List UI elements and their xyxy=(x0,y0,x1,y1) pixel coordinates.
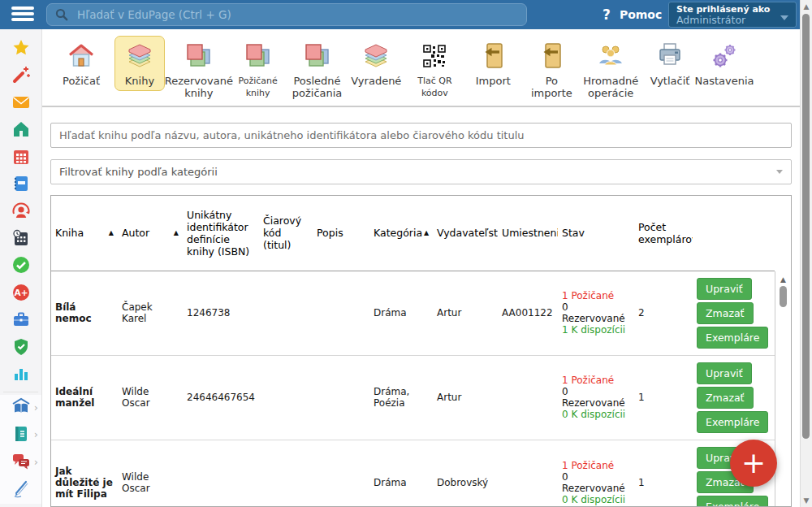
sidebar-item-timetable[interactable] xyxy=(0,145,41,171)
toolbar-item-nastavenia[interactable]: Nastavenia xyxy=(699,36,749,91)
sidebar-divider xyxy=(3,392,38,392)
sidebar-item-grades[interactable]: A+ xyxy=(0,280,41,307)
sidebar-item-control[interactable] xyxy=(0,335,41,362)
stacked-cards-icon xyxy=(184,40,214,72)
library-toolbar: Požičať Knihy Rezervované knihy Požičané… xyxy=(42,29,800,107)
global-search-input[interactable] xyxy=(76,7,518,22)
sidebar-item-attendance[interactable] xyxy=(0,254,41,280)
cell-ciarovy-kod xyxy=(259,355,313,440)
sidebar-item-substitution[interactable] xyxy=(0,199,41,226)
toolbar-label: Vytlačiť xyxy=(650,75,690,87)
toolbar-label: Požičať xyxy=(63,75,100,87)
copies-button[interactable]: Exempláre xyxy=(697,411,768,433)
copies-button[interactable]: Exempláre xyxy=(697,327,768,349)
menu-icon[interactable] xyxy=(11,6,34,23)
search-icon xyxy=(55,8,68,21)
add-book-button[interactable]: + xyxy=(730,440,777,487)
column-header-vydavatelstvo[interactable]: Vydavateľstvo xyxy=(433,196,498,271)
layers-icon xyxy=(361,40,391,72)
timetable-icon xyxy=(11,147,31,170)
cell-vydavatelstvo: Artur xyxy=(433,355,498,440)
toolbar-label: Knihy xyxy=(125,75,154,87)
column-header-pocet-exemplarov[interactable]: Počet exemplárov xyxy=(634,196,693,271)
status-k-dispozicii: 0 K dispozícii xyxy=(562,494,630,505)
scroll-down-icon[interactable]: ▼ xyxy=(801,496,812,505)
toolbar-item-rezervovane-knihy[interactable]: Rezervované knihy xyxy=(173,36,225,103)
page-scrollbar-thumb[interactable] xyxy=(802,14,810,439)
column-header-popis[interactable]: Popis xyxy=(313,196,369,271)
delete-button[interactable]: Zmazať xyxy=(697,302,754,324)
qr-code-icon xyxy=(420,40,449,72)
magic-wand-icon xyxy=(11,65,31,88)
column-header-autor[interactable]: Autor▲ xyxy=(118,196,183,271)
briefcase-icon xyxy=(11,310,31,332)
sidebar-item-results[interactable] xyxy=(0,362,41,389)
toolbar-item-tlac-qr-kodov[interactable]: Tlač QR kódov xyxy=(409,36,460,103)
documents-icon xyxy=(11,424,31,447)
sidebar-item-wizard[interactable] xyxy=(0,63,41,89)
chat-icon xyxy=(11,452,31,474)
column-header-umiestnenie[interactable]: Umiestnenie xyxy=(498,196,558,271)
cell-autor: Čapek Karel xyxy=(118,271,183,355)
delete-button[interactable]: Zmazať xyxy=(697,387,754,409)
toolbar-item-knihy[interactable]: Knihy xyxy=(114,36,165,91)
column-header-stav[interactable]: Stav xyxy=(558,196,634,271)
category-filter-select[interactable]: Filtrovať knihy podľa kategórii xyxy=(50,159,792,184)
toolbar-label: Požičané knihy xyxy=(239,75,278,99)
chevron-down-icon xyxy=(776,170,783,174)
help-button[interactable]: ? Pomoc xyxy=(603,0,662,29)
sort-asc-icon: ▲ xyxy=(174,229,179,236)
table-scrollbar-thumb[interactable] xyxy=(780,286,787,307)
sidebar-item-classregister[interactable] xyxy=(0,171,41,198)
sidebar: A+ › › › xyxy=(0,29,42,507)
global-search[interactable] xyxy=(46,3,527,26)
sidebar-item-documents[interactable]: › xyxy=(0,422,41,449)
sidebar-item-sign[interactable] xyxy=(0,477,41,504)
user-role: Administrátor xyxy=(676,15,788,26)
sidebar-item-favorites[interactable] xyxy=(0,36,41,63)
sidebar-item-plans[interactable] xyxy=(0,226,41,253)
column-header-kategoria[interactable]: Kategória▲ xyxy=(369,196,433,271)
category-filter-placeholder: Filtrovať knihy podľa kategórii xyxy=(59,166,218,178)
toolbar-item-vytlacit[interactable]: Vytlačiť xyxy=(645,36,695,91)
status-k-dispozicii: 0 K dispozícii xyxy=(562,409,630,420)
sidebar-item-library[interactable]: › xyxy=(0,395,41,422)
toolbar-item-posledne-pozicania[interactable]: Posledné požičania xyxy=(292,36,343,103)
status-pozicane: 1 Požičané xyxy=(562,290,630,301)
cell-actions: Upraviť Zmazať Exempláre xyxy=(693,355,775,440)
copies-button[interactable]: Exempláre xyxy=(697,496,768,507)
people-icon xyxy=(594,40,627,72)
sidebar-item-agenda[interactable] xyxy=(0,308,41,335)
toolbar-item-vyradene[interactable]: Vyradené xyxy=(351,36,401,91)
scroll-up-icon[interactable]: ▲ xyxy=(775,275,791,284)
pen-icon xyxy=(11,479,31,501)
toolbar-item-hromadne-operacie[interactable]: Hromadné operácie xyxy=(585,36,637,103)
column-header-ciarovy-kod[interactable]: Čiarový kód (titul) xyxy=(259,196,313,271)
toolbar-item-po-importe[interactable]: Po importe xyxy=(526,36,577,103)
cell-popis xyxy=(313,440,369,507)
column-header-kniha[interactable]: Kniha▲ xyxy=(51,196,118,271)
page-scrollbar[interactable]: ▲ ▼ xyxy=(800,0,812,507)
svg-text:A+: A+ xyxy=(14,288,28,297)
cell-stav: 1 Požičané 0 Rezervované 0 K dispozícii xyxy=(558,355,634,440)
column-header-isbn[interactable]: Unikátny identifikátor definície knihy (… xyxy=(183,196,259,271)
cell-umiestnenie xyxy=(498,355,558,440)
table-scrollbar[interactable]: ▲ xyxy=(775,271,791,506)
chevron-right-icon: › xyxy=(34,404,38,412)
cell-pocet-exemplarov: 1 xyxy=(634,355,693,440)
cell-pocet-exemplarov: 1 xyxy=(634,440,693,507)
help-label: Pomoc xyxy=(620,8,662,21)
toolbar-item-pozicane-knihy[interactable]: Požičané knihy xyxy=(233,36,283,103)
sort-asc-icon: ▲ xyxy=(109,229,114,236)
scroll-up-icon[interactable]: ▲ xyxy=(801,2,812,11)
toolbar-label: Posledné požičania xyxy=(292,75,343,99)
sidebar-item-messages[interactable] xyxy=(0,90,41,117)
toolbar-item-pozicat[interactable]: Požičať xyxy=(56,36,106,91)
user-menu[interactable]: Ste prihlásený ako Administrátor xyxy=(668,2,797,28)
sidebar-item-home[interactable] xyxy=(0,117,41,144)
book-search-input[interactable] xyxy=(50,123,792,148)
sidebar-item-communication[interactable]: › xyxy=(0,449,41,476)
edit-button[interactable]: Upraviť xyxy=(697,362,752,384)
edit-button[interactable]: Upraviť xyxy=(697,278,752,300)
toolbar-item-import[interactable]: Import xyxy=(468,36,518,91)
